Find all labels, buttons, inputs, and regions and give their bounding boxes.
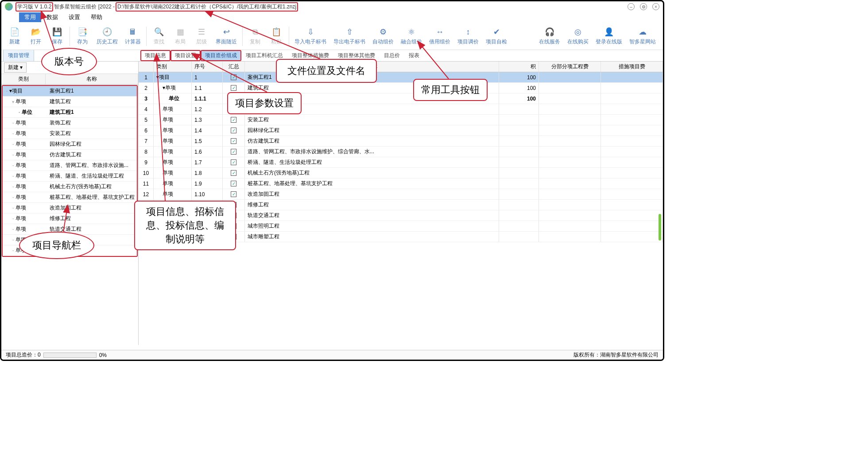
保存-icon: 💾 xyxy=(52,27,62,37)
融合组价-icon: ⚛ xyxy=(406,27,417,37)
checkbox-icon[interactable]: ✓ xyxy=(231,181,236,186)
tb-打开[interactable]: 📂打开 xyxy=(25,25,46,47)
grid-row[interactable]: 7单项1.5✓仿古建筑工程 xyxy=(139,136,663,147)
main-area: 新建 ▾ 类别 名称 ·▾项目案例工程1▾单项建筑工程·单位建筑工程1·单项装饰… xyxy=(1,62,663,345)
grid-row[interactable]: 5单项1.3✓安装工程 xyxy=(139,115,663,125)
sidebar: 新建 ▾ 类别 名称 ·▾项目案例工程1▾单项建筑工程·单位建筑工程1·单项装饰… xyxy=(1,62,139,345)
tree-row[interactable]: ·单项改造加固工程 xyxy=(3,203,137,213)
checkbox-icon[interactable]: ✓ xyxy=(231,149,236,155)
tb-导出电子标书[interactable]: ⇧导出电子标书 xyxy=(330,25,369,47)
col-fee1: 分部分项工程费 xyxy=(539,62,601,72)
callout-filepath: 文件位置及文件名 xyxy=(276,59,377,83)
grid-row[interactable]: 11单项1.9✓桩基工程、地基处理、基坑支护工程 xyxy=(139,178,663,189)
粘贴-icon: 📋 xyxy=(271,27,282,37)
separator xyxy=(70,27,70,46)
tree-row[interactable]: ·单位建筑工程1 xyxy=(3,107,137,118)
计算器-icon: 🖩 xyxy=(128,27,138,37)
callout-toolbtns: 常用工具按钮 xyxy=(413,79,488,101)
separator xyxy=(289,27,289,46)
存为-icon: 📑 xyxy=(77,27,88,37)
tb-粘贴: 📋粘贴 xyxy=(266,25,287,47)
在线购买-icon: ◎ xyxy=(573,27,583,37)
tab-项目设置[interactable]: 项目设置 xyxy=(170,50,201,61)
tree-row[interactable]: ·单项仿古建筑工程 xyxy=(3,150,137,160)
checkbox-icon[interactable]: ✓ xyxy=(231,191,236,197)
grid-row[interactable]: 10单项1.8✓机械土石方(强夯地基)工程 xyxy=(139,168,663,178)
自动组价-icon: ⚙ xyxy=(378,27,388,37)
grid-row[interactable]: 8单项1.6✓道路、管网工程、市政排水设施维护、综合管廊、水... xyxy=(139,147,663,157)
grid-row[interactable]: 1▾项目1✓案例工程1100 xyxy=(139,72,663,83)
tree-row[interactable]: ·单项桩基工程、地基处理、基坑支护工程 xyxy=(3,192,137,203)
settings-button[interactable]: ⚙ xyxy=(640,3,647,10)
checkbox-icon[interactable]: ✓ xyxy=(231,85,236,91)
col-seq: 序号 xyxy=(192,62,223,72)
项目自检-icon: ✔ xyxy=(491,27,502,37)
scrollbar-thumb[interactable] xyxy=(659,214,661,240)
tb-层级: ☰层级 xyxy=(191,25,212,47)
tb-历史工程[interactable]: 🕘历史工程 xyxy=(93,25,121,47)
tb-自动组价[interactable]: ⚙自动组价 xyxy=(369,25,397,47)
tb-界面随近[interactable]: ↩界面随近 xyxy=(212,25,240,47)
grid-row[interactable]: 9单项1.7✓桥涵、隧道、生活垃圾处理工程 xyxy=(139,157,663,168)
tree-row[interactable]: ▾单项建筑工程 xyxy=(3,97,137,107)
tab-目总价[interactable]: 目总价 xyxy=(380,50,404,61)
tree-row[interactable]: ·单项安装工程 xyxy=(3,128,137,139)
col-rownum xyxy=(139,62,154,72)
tb-项目调价[interactable]: ↕项目调价 xyxy=(454,25,482,47)
新建-icon: 📄 xyxy=(9,27,20,37)
tab-项目造价组成[interactable]: 项目造价组成 xyxy=(201,50,241,61)
tab-报表[interactable]: 报表 xyxy=(404,50,424,61)
menu-帮助[interactable]: 帮助 xyxy=(85,12,108,22)
tb-导入电子标书[interactable]: ⇩导入电子标书 xyxy=(291,25,330,47)
层级-icon: ☰ xyxy=(196,27,207,37)
tree-row[interactable]: ·单项装饰工程 xyxy=(3,118,137,128)
menu-设置[interactable]: 设置 xyxy=(63,12,85,22)
tb-登录在线版[interactable]: 👤登录在线版 xyxy=(592,25,626,47)
tb-保存[interactable]: 💾保存 xyxy=(46,25,68,47)
tb-新建[interactable]: 📄新建 xyxy=(4,25,25,47)
titlebar: 学习版 V 1.0.2 智多星智能云组价 [2022 - D:\智多星软件\湖南… xyxy=(1,1,663,12)
tree-row[interactable]: ·单项桥涵、隧道、生活垃圾处理工程 xyxy=(3,171,137,182)
tb-在线购买[interactable]: ◎在线购买 xyxy=(564,25,592,47)
grid-row[interactable]: 4单项1.2✓装饰工程 xyxy=(139,104,663,115)
tree-row[interactable]: ·单项道路、管网工程、市政排水设施... xyxy=(3,160,137,171)
menu-常用[interactable]: 常用 xyxy=(19,12,41,22)
tb-智多星网站[interactable]: ☁智多星网站 xyxy=(626,25,659,47)
minimize-button[interactable]: – xyxy=(628,3,635,10)
tb-计算器[interactable]: 🖩计算器 xyxy=(121,25,144,47)
tb-项目自检[interactable]: ✔项目自检 xyxy=(482,25,511,47)
new-dropdown[interactable]: 新建 ▾ xyxy=(4,62,27,73)
打开-icon: 📂 xyxy=(31,27,41,37)
tb-在线服务[interactable]: 🎧在线服务 xyxy=(535,25,564,47)
tb-融合组价[interactable]: ⚛融合组价 xyxy=(397,25,426,47)
tb-借用组价[interactable]: ↔借用组价 xyxy=(426,25,454,47)
grid-row[interactable]: 6单项1.4✓园林绿化工程 xyxy=(139,125,663,136)
grid-row[interactable]: 2▾单项1.1✓建筑工程100 xyxy=(139,83,663,93)
checkbox-icon[interactable]: ✓ xyxy=(231,74,236,80)
menu-数据[interactable]: 数据 xyxy=(41,12,63,22)
col-name: 名称 xyxy=(46,74,138,84)
progress-pct: 0% xyxy=(99,352,107,358)
close-button[interactable]: × xyxy=(652,3,659,10)
tree-row[interactable]: ·▾项目案例工程1 xyxy=(3,86,137,97)
查找-icon: 🔍 xyxy=(154,27,164,37)
grid-row[interactable]: 12单项1.10✓改造加固工程 xyxy=(139,189,663,200)
checkbox-icon[interactable]: ✓ xyxy=(231,159,236,165)
tab-项目信息[interactable]: 项目信息 xyxy=(140,50,170,61)
app-name: 智多星智能云组价 [2022 - xyxy=(54,3,115,11)
checkbox-icon[interactable]: ✓ xyxy=(231,170,236,176)
separator xyxy=(242,27,243,46)
导入电子标书-icon: ⇩ xyxy=(305,27,316,37)
tree-row[interactable]: ·单项园林绿化工程 xyxy=(3,139,137,150)
tree-row[interactable]: ·单项机械土石方(强夯地基)工程 xyxy=(3,182,137,192)
tree-row[interactable]: ·单项维修工程 xyxy=(3,213,137,224)
grid-row[interactable]: 3单位1.1.1✓建筑工程1100 xyxy=(139,93,663,104)
checkbox-icon[interactable]: ✓ xyxy=(231,138,236,144)
checkbox-icon[interactable]: ✓ xyxy=(231,128,236,133)
tb-存为[interactable]: 📑存为 xyxy=(72,25,93,47)
checkbox-icon[interactable]: ✓ xyxy=(231,117,236,123)
col-sum: 汇总 xyxy=(223,62,245,72)
grid-header: 类别 序号 汇总 名称 积 分部分项工程费 措施项目费 xyxy=(139,62,663,72)
tab-project-mgmt[interactable]: 项目管理 xyxy=(3,50,34,61)
在线服务-icon: 🎧 xyxy=(544,27,555,37)
